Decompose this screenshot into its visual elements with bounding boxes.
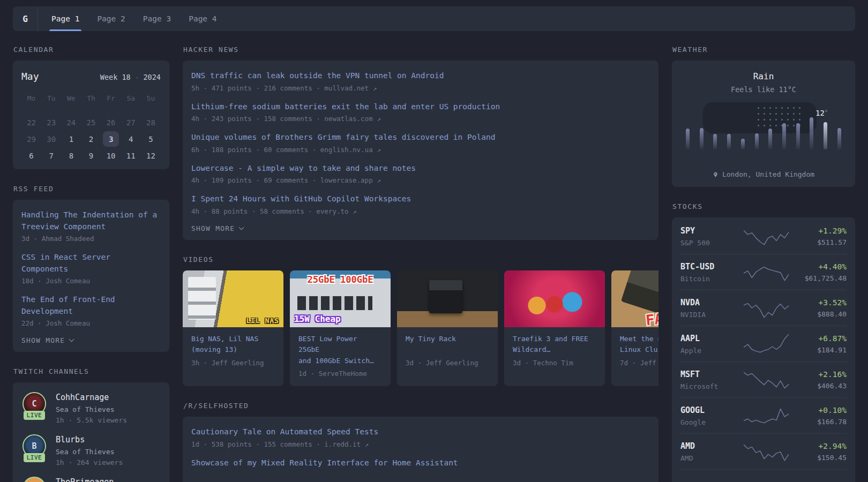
nav-tab[interactable]: Page 3: [142, 6, 172, 31]
section-heading-calendar: CALENDAR: [13, 46, 169, 54]
weather-bar: [741, 139, 745, 149]
video-meta: 3d · Techno Tim: [513, 359, 596, 367]
twitch-channel[interactable]: C LIVE CohhCarnage Sea of Thieves 1h · 5…: [21, 392, 161, 424]
video-card[interactable]: 25GbE 100GbE 15W Cheap BEST Low Power 25…: [290, 270, 391, 387]
stock-values: +2.94% $150.45: [789, 442, 847, 462]
stock-row[interactable]: AAPL Apple +6.87% $184.91: [680, 326, 847, 362]
stock-sparkline: [744, 333, 789, 355]
twitch-widget: C LIVE CohhCarnage Sea of Thieves 1h · 5…: [13, 382, 169, 482]
app-logo[interactable]: G: [13, 6, 38, 31]
hackernews-section: HACKER NEWS DNS traffic can leak outside…: [183, 46, 659, 240]
feed-item-title[interactable]: I Spent 24 Hours with GitHub Copilot Wor…: [191, 193, 650, 205]
video-card[interactable]: My Tiny Rack 3d · Jeff Geerling: [397, 270, 498, 387]
video-title[interactable]: Big NAS, Lil NAS(moving 13): [191, 334, 275, 356]
feed-item: DNS traffic can leak outside the VPN tun…: [191, 70, 650, 92]
twitch-channel-name[interactable]: Blurbs: [56, 434, 123, 445]
calendar-day-number: 11: [123, 148, 139, 163]
section-heading-hackernews: HACKER NEWS: [183, 46, 659, 54]
video-card[interactable]: Traefik 3 and FREEWildcard… 3d · Techno …: [504, 270, 605, 387]
nav-tab[interactable]: Page 4: [188, 6, 218, 31]
stock-company: Apple: [680, 347, 744, 355]
stock-row[interactable]: GOOGL Google +0.10% $166.78: [680, 397, 847, 433]
stock-price: $150.45: [789, 454, 847, 462]
feed-item-title[interactable]: The End of Front-End Development: [21, 294, 161, 317]
video-thumbnail[interactable]: [397, 270, 498, 327]
stock-change: +0.10%: [789, 406, 847, 415]
feed-item: Cautionary Tale on Automated Speed Tests…: [191, 426, 650, 448]
rss-show-more-button[interactable]: SHOW MORE: [21, 336, 73, 344]
stock-values: +3.52% $888.40: [789, 298, 847, 318]
calendar-day-number: 2: [83, 131, 99, 147]
reddit-widget: Cautionary Tale on Automated Speed Tests…: [183, 417, 659, 482]
calendar-day-number: 5: [143, 131, 159, 147]
stock-row[interactable]: SPY S&P 500 +1.29% $511.57: [680, 219, 847, 254]
stock-row[interactable]: NVDA NVIDIA +3.52% $888.40: [680, 290, 847, 326]
feed-item-title[interactable]: Cautionary Tale on Automated Speed Tests: [191, 426, 650, 438]
stock-company: NVIDIA: [680, 311, 744, 319]
video-thumbnail[interactable]: [504, 270, 605, 327]
stock-id: MSFT Microsoft: [680, 370, 744, 390]
feed-item-title[interactable]: Showcase of my Mixed Reality Interface f…: [191, 457, 650, 469]
twitch-channel-name[interactable]: CohhCarnage: [56, 392, 127, 403]
videos-row: LIL NAS Big NAS, Lil NAS(moving 13) 3h ·…: [183, 270, 659, 387]
separator-dot: ·: [135, 73, 139, 81]
video-body: Traefik 3 and FREEWildcard… 3d · Techno …: [504, 327, 605, 375]
video-title[interactable]: Traefik 3 and FREEWildcard…: [513, 334, 596, 356]
stock-values: +0.10% $166.78: [789, 406, 847, 426]
video-title[interactable]: BEST Low Power 25GbEand 100GbE Switch…: [298, 334, 382, 367]
feed-item-title[interactable]: Lowercase - A simple way to take and sha…: [191, 163, 650, 175]
video-thumbnail[interactable]: LIL NAS: [183, 270, 283, 327]
twitch-channel[interactable]: B LIVE Blurbs Sea of Thieves 1h · 264 vi…: [21, 434, 161, 466]
calendar-day: 30: [41, 131, 61, 147]
video-card[interactable]: LIL NAS Big NAS, Lil NAS(moving 13) 3h ·…: [183, 270, 283, 387]
stock-row[interactable]: RDDT -1.65%: [680, 469, 847, 482]
calendar-day-number: 9: [83, 148, 99, 163]
weather-current-temp: 12°: [815, 109, 828, 117]
calendar-year: 2024: [143, 73, 161, 81]
calendar-weekday: We: [61, 92, 81, 104]
video-title-line: My Tiny Rack: [406, 334, 489, 345]
stock-change: +3.52%: [789, 298, 847, 307]
calendar-day-number: 28: [143, 115, 159, 130]
calendar-day: 1: [61, 131, 81, 147]
weather-bar: [755, 133, 759, 149]
video-thumbnail[interactable]: FAS: [611, 270, 659, 327]
stock-row[interactable]: AMD AMD +2.94% $150.45: [680, 433, 847, 469]
stock-company: S&P 500: [680, 239, 744, 247]
calendar-month: May: [21, 71, 39, 82]
stock-row[interactable]: BTC-USD Bitcoin +4.40% $61,725.48: [680, 254, 847, 290]
stock-row[interactable]: MSFT Microsoft +2.16% $406.43: [680, 362, 847, 397]
feed-item: CSS in React Server Components 18d · Jos…: [21, 252, 161, 285]
video-thumbnail[interactable]: 25GbE 100GbE 15W Cheap: [290, 270, 391, 327]
right-column: WEATHER Rain Feels like 11°C 12°: [672, 46, 855, 482]
video-card[interactable]: FAS Meet the n…Linux Clus… 7d · Jeff Gee…: [611, 270, 659, 387]
video-title[interactable]: My Tiny Rack: [406, 334, 489, 356]
video-body: My Tiny Rack 3d · Jeff Geerling: [397, 327, 498, 375]
nav-tab[interactable]: Page 2: [96, 6, 126, 31]
hackernews-show-more-button[interactable]: SHOW MORE: [191, 224, 243, 232]
feed-item-title[interactable]: Unique volumes of Brothers Grimm fairy t…: [191, 132, 650, 144]
feed-item-meta: 3d · Ahmad Shadeed: [21, 235, 161, 243]
section-heading-reddit: /R/SELFHOSTED: [183, 402, 659, 410]
feed-item-title[interactable]: CSS in React Server Components: [21, 252, 161, 275]
calendar-weekday: Fr: [101, 92, 121, 104]
feed-item-title[interactable]: Lithium-free sodium batteries exit the l…: [191, 101, 650, 113]
twitch-channel-name[interactable]: ThePrimeagen: [56, 477, 114, 482]
stock-values: +1.29% $511.57: [789, 227, 847, 246]
feed-item-title[interactable]: Handling The Indentation of a Treeview C…: [21, 209, 161, 232]
stock-sparkline: [744, 440, 789, 463]
calendar-day-number: 12: [143, 148, 159, 163]
twitch-channel[interactable]: LIVE ThePrimeagen: [21, 477, 161, 482]
calendar-weekday: Mo: [21, 92, 41, 104]
video-title-line: Linux Clus…: [620, 344, 659, 356]
calendar-section: CALENDAR May Week 18 · 2024 MoTuWeThFrSa…: [13, 46, 169, 169]
calendar-day-number: 27: [123, 115, 139, 130]
stock-symbol: MSFT: [680, 370, 744, 379]
stock-price: $888.40: [789, 310, 847, 318]
nav-tab[interactable]: Page 1: [50, 6, 80, 31]
feed-item-title[interactable]: DNS traffic can leak outside the VPN tun…: [191, 70, 650, 82]
video-title[interactable]: Meet the n…Linux Clus…: [620, 334, 659, 356]
location-pin-icon: [713, 171, 719, 178]
video-title-line: and 100GbE Switch…: [298, 356, 382, 367]
calendar-day: 26: [101, 114, 121, 131]
